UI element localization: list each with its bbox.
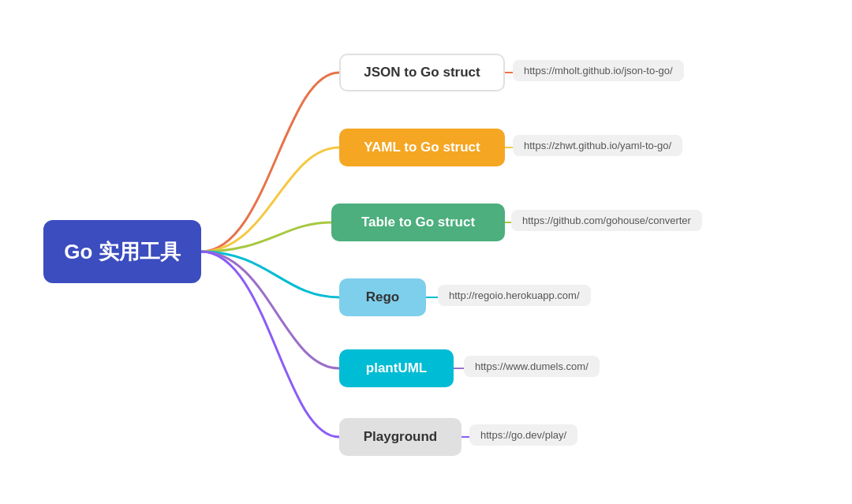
branch-plant-label: plantUML [366,360,427,376]
link-json-url: https://mholt.github.io/json-to-go/ [524,65,673,77]
mindmap-canvas: Go 实用工具 JSON to Go struct https://mholt.… [0,0,852,504]
branch-yaml[interactable]: YAML to Go struct [339,129,505,166]
link-playground[interactable]: https://go.dev/play/ [469,424,577,446]
branch-json[interactable]: JSON to Go struct [339,54,505,91]
root-label: Go 实用工具 [64,238,180,266]
branch-play-label: Playground [364,429,438,445]
branch-table-label: Table to Go struct [361,215,475,230]
link-plant[interactable]: https://www.dumels.com/ [464,356,600,377]
branch-rego[interactable]: Rego [339,278,426,316]
branch-json-label: JSON to Go struct [364,65,480,80]
link-plant-url: https://www.dumels.com/ [475,360,589,372]
link-yaml-url: https://zhwt.github.io/yaml-to-go/ [524,140,671,151]
link-table[interactable]: https://github.com/gohouse/converter [511,210,702,231]
link-play-url: https://go.dev/play/ [480,429,566,441]
branch-yaml-label: YAML to Go struct [364,140,480,155]
branch-table[interactable]: Table to Go struct [331,203,505,241]
link-rego-url: http://regoio.herokuapp.com/ [449,289,580,301]
link-rego[interactable]: http://regoio.herokuapp.com/ [438,285,591,306]
link-yaml[interactable]: https://zhwt.github.io/yaml-to-go/ [513,135,682,156]
branch-playground[interactable]: Playground [339,418,462,456]
branch-plant[interactable]: plantUML [339,349,454,387]
root-node: Go 实用工具 [43,220,201,283]
link-table-url: https://github.com/gohouse/converter [522,215,691,226]
branch-rego-label: Rego [366,289,400,305]
link-json[interactable]: https://mholt.github.io/json-to-go/ [513,60,684,81]
